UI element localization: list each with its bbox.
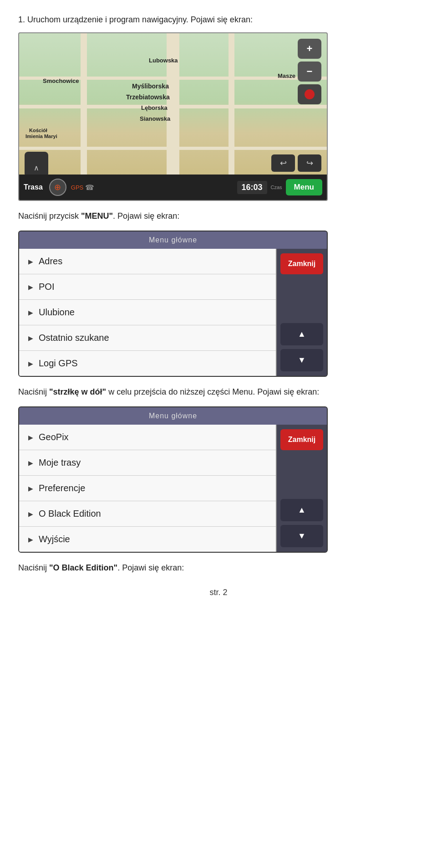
menu1-up-button[interactable]: ▲ bbox=[280, 323, 323, 345]
street-smochowice: Smochowice bbox=[43, 77, 79, 84]
redo-button[interactable]: ↪ bbox=[298, 154, 321, 172]
arrow-icon-poi: ▶ bbox=[28, 283, 33, 291]
arrow-icon-ostatnio: ▶ bbox=[28, 334, 33, 342]
street-lubowska: Lubowska bbox=[149, 57, 178, 64]
instruction3-text: Naciśnij "O Black Edition". Pojawi się e… bbox=[18, 562, 419, 574]
nav-czas-label: Czas bbox=[271, 185, 282, 190]
record-indicator bbox=[305, 89, 315, 99]
menu2-up-button[interactable]: ▲ bbox=[280, 499, 323, 521]
street-imienia: Imienia Maryi bbox=[25, 134, 57, 139]
menu1-title: Menu główne bbox=[19, 231, 327, 249]
arrow-icon-black-edition: ▶ bbox=[28, 510, 33, 518]
menu2-item-geopix[interactable]: ▶ GeoPix bbox=[19, 425, 276, 450]
page-number: str. 2 bbox=[18, 588, 419, 597]
menu1-item-logi[interactable]: ▶ Logi GPS bbox=[19, 351, 276, 376]
menu1-item-poi-label: POI bbox=[39, 282, 54, 292]
menu-screen-1: Menu główne ▶ Adres ▶ POI ▶ Ulubione ▶ O… bbox=[18, 231, 328, 377]
menu1-items-list: ▶ Adres ▶ POI ▶ Ulubione ▶ Ostatnio szuk… bbox=[19, 249, 277, 376]
menu1-sidebar: Zamknij ▲ ▼ bbox=[277, 249, 327, 376]
street-kosciol: Kościół bbox=[29, 128, 47, 133]
nav-undo-redo-buttons: ↩ ↪ bbox=[271, 154, 321, 172]
menu1-item-adres[interactable]: ▶ Adres bbox=[19, 249, 276, 274]
menu2-item-moje[interactable]: ▶ Moje trasy bbox=[19, 450, 276, 476]
nav-time-display: 16:03 bbox=[237, 181, 267, 194]
nav-trasa-label: Trasa bbox=[24, 183, 43, 191]
street-trzebiatowska: Trzebiatowska bbox=[126, 93, 170, 101]
menu2-close-button[interactable]: Zamknij bbox=[280, 429, 323, 450]
menu2-item-wyjscie-label: Wyjście bbox=[39, 534, 70, 544]
menu2-item-moje-label: Moje trasy bbox=[39, 457, 81, 468]
menu2-item-preferencje[interactable]: ▶ Preferencje bbox=[19, 476, 276, 501]
menu1-item-ulubione-label: Ulubione bbox=[39, 307, 75, 318]
nav-gps-icon: ☎ bbox=[85, 183, 94, 192]
arrow-icon-ulubione: ▶ bbox=[28, 309, 33, 316]
zoom-out-button[interactable]: − bbox=[298, 62, 321, 82]
menu2-items-list: ▶ GeoPix ▶ Moje trasy ▶ Preferencje ▶ O … bbox=[19, 425, 277, 552]
zoom-in-button[interactable]: + bbox=[298, 39, 321, 59]
menu2-sidebar: Zamknij ▲ ▼ bbox=[277, 425, 327, 552]
menu1-down-button[interactable]: ▼ bbox=[280, 349, 323, 371]
street-leborska: Lęborska bbox=[141, 104, 168, 111]
menu1-item-ulubione[interactable]: ▶ Ulubione bbox=[19, 300, 276, 325]
menu2-title: Menu główne bbox=[19, 407, 327, 425]
menu1-item-poi[interactable]: ▶ POI bbox=[19, 274, 276, 300]
menu1-body: ▶ Adres ▶ POI ▶ Ulubione ▶ Ostatnio szuk… bbox=[19, 249, 327, 376]
arrow-icon-preferencje: ▶ bbox=[28, 485, 33, 492]
nav-arrow-up[interactable]: ∧ bbox=[25, 159, 48, 176]
arrow-icon-wyjscie: ▶ bbox=[28, 536, 33, 543]
arrow-icon-geopix: ▶ bbox=[28, 434, 33, 441]
menu1-close-button[interactable]: Zamknij bbox=[280, 253, 323, 274]
street-sianowska: Sianowska bbox=[140, 115, 170, 122]
nav-map-screen: Lubowska Smochowice Myśliborska Trzebiat… bbox=[18, 32, 328, 201]
street-maszel: Masze bbox=[278, 72, 295, 79]
nav-compass: ⊕ bbox=[49, 179, 66, 196]
menu1-item-ostatnio[interactable]: ▶ Ostatnio szukane bbox=[19, 325, 276, 351]
record-button[interactable] bbox=[298, 84, 321, 104]
street-mysliborska: Myśliborska bbox=[132, 82, 169, 90]
step1-text: 1. Uruchom urządzenie i program nawigacy… bbox=[18, 14, 419, 26]
undo-button[interactable]: ↩ bbox=[271, 154, 295, 172]
menu2-down-button[interactable]: ▼ bbox=[280, 525, 323, 547]
arrow-icon-moje: ▶ bbox=[28, 459, 33, 467]
menu1-item-logi-label: Logi GPS bbox=[39, 358, 78, 369]
menu2-body: ▶ GeoPix ▶ Moje trasy ▶ Preferencje ▶ O … bbox=[19, 425, 327, 552]
nav-gps-label: GPS bbox=[71, 184, 83, 191]
instruction2-text: Naciśnij "strzłkę w dół" w celu przejści… bbox=[18, 386, 419, 398]
arrow-icon-logi: ▶ bbox=[28, 360, 33, 367]
instruction1-text: Naciśnij przycisk "MENU". Pojawi się ekr… bbox=[18, 210, 419, 222]
menu2-item-preferencje-label: Preferencje bbox=[39, 483, 85, 493]
menu1-item-ostatnio-label: Ostatnio szukane bbox=[39, 333, 109, 343]
menu2-item-geopix-label: GeoPix bbox=[39, 432, 69, 442]
nav-bottom-bar: Trasa ⊕ GPS ☎ 16:03 Czas Menu bbox=[19, 175, 327, 200]
menu2-item-black-edition[interactable]: ▶ O Black Edition bbox=[19, 501, 276, 527]
menu-screen-2: Menu główne ▶ GeoPix ▶ Moje trasy ▶ Pref… bbox=[18, 406, 328, 553]
nav-menu-button[interactable]: Menu bbox=[286, 179, 322, 195]
menu1-item-adres-label: Adres bbox=[39, 256, 62, 267]
nav-zoom-buttons: + − bbox=[298, 39, 321, 104]
menu2-item-black-edition-label: O Black Edition bbox=[39, 508, 101, 519]
arrow-icon-adres: ▶ bbox=[28, 258, 33, 265]
menu2-item-wyjscie[interactable]: ▶ Wyjście bbox=[19, 527, 276, 552]
